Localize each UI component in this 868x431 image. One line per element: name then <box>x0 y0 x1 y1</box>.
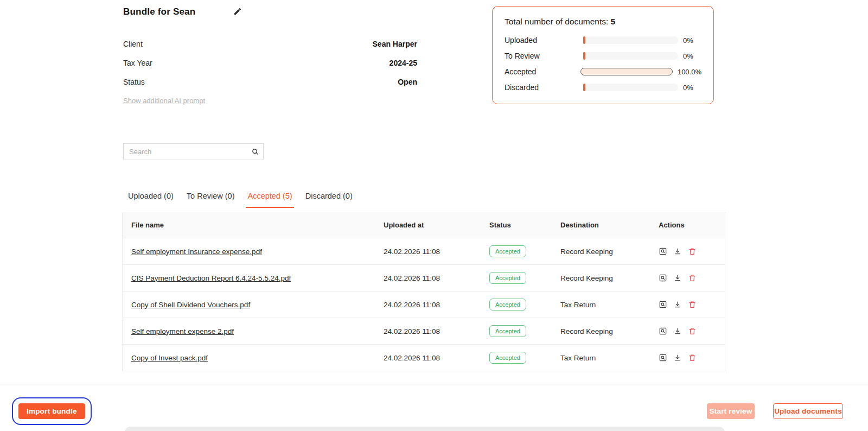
stat-label: Discarded <box>505 83 583 92</box>
status-badge: Accepted <box>489 352 526 364</box>
status-badge: Accepted <box>489 245 526 257</box>
destination-cell: Record Keeping <box>552 248 650 256</box>
destination-cell: Record Keeping <box>552 274 650 282</box>
progress-bar-to-review <box>583 52 678 60</box>
stat-percent: 0% <box>683 84 693 92</box>
destination-cell: Tax Return <box>552 354 650 362</box>
stat-row-discarded: Discarded 0% <box>505 82 701 93</box>
progress-fill <box>583 36 585 44</box>
preview-icon[interactable] <box>659 300 667 309</box>
trash-icon[interactable] <box>688 300 697 309</box>
progress-bar-uploaded <box>583 36 678 44</box>
destination-cell: Tax Return <box>552 301 650 309</box>
stat-percent: 0% <box>683 52 693 60</box>
info-row-status: Status Open <box>123 77 417 87</box>
preview-icon[interactable] <box>659 327 667 335</box>
uploaded-at-cell: 24.02.2026 11:08 <box>375 327 481 335</box>
uploaded-at-cell: 24.02.2026 11:08 <box>375 301 481 309</box>
stat-label: To Review <box>505 52 583 60</box>
destination-cell: Record Keeping <box>552 327 650 335</box>
file-link[interactable]: CIS Payment Deduction Report 6.4.24-5.5.… <box>131 274 291 282</box>
status-label: Status <box>123 78 145 86</box>
header-file-name: File name <box>123 221 375 229</box>
bundle-page: Bundle for Sean Client Sean Harper Tax Y… <box>0 0 868 431</box>
preview-icon[interactable] <box>659 247 667 256</box>
search-icon[interactable] <box>247 148 263 156</box>
info-row-client: Client Sean Harper <box>123 39 417 49</box>
file-link[interactable]: Self employment Insurance expense.pdf <box>131 248 262 256</box>
download-icon[interactable] <box>673 353 682 362</box>
show-ai-prompt-link[interactable]: Show additional AI prompt <box>123 97 205 105</box>
file-link[interactable]: Copy of Shell Dividend Vouchers.pdf <box>131 301 250 309</box>
trash-icon[interactable] <box>688 247 697 256</box>
pencil-icon <box>233 8 242 17</box>
client-value: Sean Harper <box>373 40 417 48</box>
download-icon[interactable] <box>673 247 682 256</box>
table-row: Copy of Invest pack.pdf 24.02.2026 11:08… <box>123 344 725 371</box>
stat-row-accepted: Accepted 100.0% <box>505 66 701 77</box>
client-label: Client <box>123 40 143 48</box>
tab-to-review[interactable]: To Review (0) <box>185 192 237 208</box>
download-icon[interactable] <box>673 300 682 309</box>
next-section-edge <box>125 427 725 431</box>
tax-year-label: Tax Year <box>123 59 152 67</box>
upload-documents-button[interactable]: Upload documents <box>773 403 843 419</box>
start-review-button[interactable]: Start review <box>707 403 755 419</box>
documents-stats-card: Total number of documents: 5 Uploaded 0%… <box>492 6 714 104</box>
header-uploaded-at: Uploaded at <box>375 221 481 229</box>
tax-year-value: 2024-25 <box>390 59 417 67</box>
header-destination: Destination <box>552 221 650 229</box>
preview-icon[interactable] <box>659 353 667 362</box>
uploaded-at-cell: 24.02.2026 11:08 <box>375 274 481 282</box>
status-badge: Accepted <box>489 272 526 284</box>
stats-total-value: 5 <box>611 17 616 26</box>
status-badge: Accepted <box>489 299 526 310</box>
bundle-info: Client Sean Harper Tax Year 2024-25 Stat… <box>123 39 417 96</box>
stat-percent: 100.0% <box>678 68 701 76</box>
trash-icon[interactable] <box>688 327 697 335</box>
search-box <box>123 143 264 160</box>
table-row: Self employment Insurance expense.pdf 24… <box>123 238 725 264</box>
trash-icon[interactable] <box>688 274 697 282</box>
preview-icon[interactable] <box>659 274 667 282</box>
edit-bundle-name-button[interactable] <box>233 7 245 19</box>
header-actions: Actions <box>650 221 725 229</box>
table-header: File name Uploaded at Status Destination… <box>123 212 725 238</box>
tab-accepted[interactable]: Accepted (5) <box>246 192 293 208</box>
info-row-tax-year: Tax Year 2024-25 <box>123 58 417 68</box>
status-badge: Accepted <box>489 325 526 337</box>
table-row: CIS Payment Deduction Report 6.4.24-5.5.… <box>123 264 725 291</box>
stat-label: Accepted <box>505 67 580 76</box>
footer-divider <box>0 384 868 384</box>
file-link[interactable]: Copy of Invest pack.pdf <box>131 354 208 362</box>
document-tabs: Uploaded (0) To Review (0) Accepted (5) … <box>126 192 354 208</box>
page-title: Bundle for Sean <box>123 7 195 17</box>
progress-fill <box>583 52 585 60</box>
progress-fill <box>583 84 585 91</box>
stat-row-to-review: To Review 0% <box>505 50 701 61</box>
progress-bar-accepted <box>580 68 672 75</box>
download-icon[interactable] <box>673 274 682 282</box>
tab-uploaded[interactable]: Uploaded (0) <box>126 192 175 208</box>
header-status: Status <box>481 221 552 229</box>
download-icon[interactable] <box>673 327 682 335</box>
documents-table: File name Uploaded at Status Destination… <box>122 212 725 371</box>
stats-total-label: Total number of documents: <box>505 17 608 26</box>
tab-discarded[interactable]: Discarded (0) <box>304 192 354 208</box>
stats-total: Total number of documents: 5 <box>505 17 701 27</box>
import-bundle-button[interactable]: Import bundle <box>18 403 85 419</box>
uploaded-at-cell: 24.02.2026 11:08 <box>375 354 481 362</box>
trash-icon[interactable] <box>688 353 697 362</box>
stat-label: Uploaded <box>505 36 583 45</box>
uploaded-at-cell: 24.02.2026 11:08 <box>375 248 481 256</box>
table-row: Self employment expense 2.pdf 24.02.2026… <box>123 318 725 344</box>
table-row: Copy of Shell Dividend Vouchers.pdf 24.0… <box>123 291 725 318</box>
status-value: Open <box>398 78 417 86</box>
stat-percent: 0% <box>683 36 693 45</box>
search-input[interactable] <box>124 148 247 156</box>
progress-bar-discarded <box>583 84 678 91</box>
file-link[interactable]: Self employment expense 2.pdf <box>131 327 234 335</box>
progress-fill <box>580 68 672 75</box>
stat-row-uploaded: Uploaded 0% <box>505 35 701 46</box>
import-bundle-focus-ring: Import bundle <box>12 397 92 425</box>
